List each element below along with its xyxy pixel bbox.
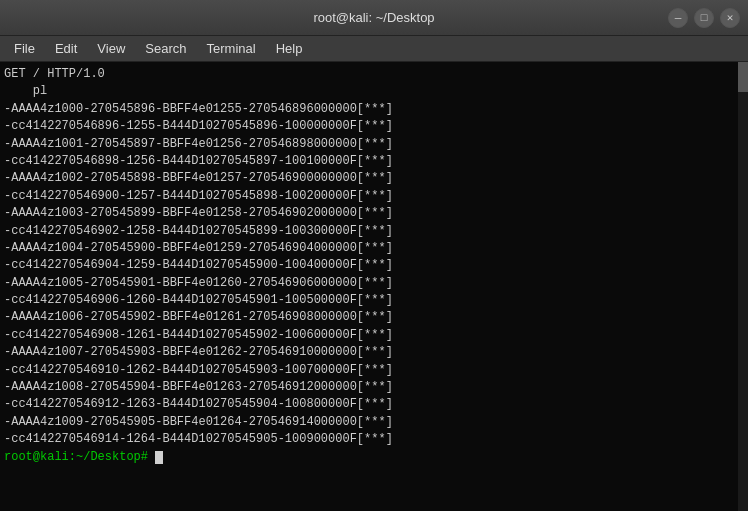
terminal-line: pl xyxy=(4,83,744,100)
terminal-line: -cc4142270546898-1256-B444D10270545897-1… xyxy=(4,153,744,170)
cursor xyxy=(155,451,163,464)
close-button[interactable]: ✕ xyxy=(720,8,740,28)
terminal-prompt-line: root@kali:~/Desktop# xyxy=(4,449,744,466)
terminal-content: GET / HTTP/1.0 pl-AAAA4z1000-270545896-B… xyxy=(4,66,744,466)
terminal-line: -AAAA4z1009-270545905-BBFF4e01264-270546… xyxy=(4,414,744,431)
menu-bar: FileEditViewSearchTerminalHelp xyxy=(0,36,748,62)
terminal-line: -cc4142270546902-1258-B444D10270545899-1… xyxy=(4,223,744,240)
terminal[interactable]: GET / HTTP/1.0 pl-AAAA4z1000-270545896-B… xyxy=(0,62,748,511)
terminal-line: -AAAA4z1007-270545903-BBFF4e01262-270546… xyxy=(4,344,744,361)
terminal-line: -cc4142270546900-1257-B444D10270545898-1… xyxy=(4,188,744,205)
minimize-button[interactable]: — xyxy=(668,8,688,28)
menu-item-help[interactable]: Help xyxy=(266,39,313,58)
terminal-line: -cc4142270546912-1263-B444D10270545904-1… xyxy=(4,396,744,413)
terminal-line: -AAAA4z1000-270545896-BBFF4e01255-270546… xyxy=(4,101,744,118)
terminal-line: -cc4142270546910-1262-B444D10270545903-1… xyxy=(4,362,744,379)
title-bar: root@kali: ~/Desktop — □ ✕ xyxy=(0,0,748,36)
scrollbar-thumb[interactable] xyxy=(738,62,748,92)
terminal-line: -cc4142270546914-1264-B444D10270545905-1… xyxy=(4,431,744,448)
menu-item-search[interactable]: Search xyxy=(135,39,196,58)
terminal-line: -cc4142270546908-1261-B444D10270545902-1… xyxy=(4,327,744,344)
prompt-text: root@kali:~/Desktop# xyxy=(4,450,155,464)
menu-item-view[interactable]: View xyxy=(87,39,135,58)
terminal-line: -AAAA4z1002-270545898-BBFF4e01257-270546… xyxy=(4,170,744,187)
window-title: root@kali: ~/Desktop xyxy=(313,10,434,25)
menu-item-edit[interactable]: Edit xyxy=(45,39,87,58)
terminal-line: -AAAA4z1005-270545901-BBFF4e01260-270546… xyxy=(4,275,744,292)
terminal-line: -AAAA4z1003-270545899-BBFF4e01258-270546… xyxy=(4,205,744,222)
maximize-button[interactable]: □ xyxy=(694,8,714,28)
terminal-line: -AAAA4z1006-270545902-BBFF4e01261-270546… xyxy=(4,309,744,326)
menu-item-terminal[interactable]: Terminal xyxy=(197,39,266,58)
terminal-line: -AAAA4z1001-270545897-BBFF4e01256-270546… xyxy=(4,136,744,153)
menu-item-file[interactable]: File xyxy=(4,39,45,58)
terminal-line: -AAAA4z1004-270545900-BBFF4e01259-270546… xyxy=(4,240,744,257)
scrollbar[interactable] xyxy=(738,62,748,511)
terminal-line: -AAAA4z1008-270545904-BBFF4e01263-270546… xyxy=(4,379,744,396)
terminal-line: -cc4142270546904-1259-B444D10270545900-1… xyxy=(4,257,744,274)
window-controls: — □ ✕ xyxy=(668,8,740,28)
terminal-line: -cc4142270546896-1255-B444D10270545896-1… xyxy=(4,118,744,135)
terminal-line: -cc4142270546906-1260-B444D10270545901-1… xyxy=(4,292,744,309)
terminal-line: GET / HTTP/1.0 xyxy=(4,66,744,83)
